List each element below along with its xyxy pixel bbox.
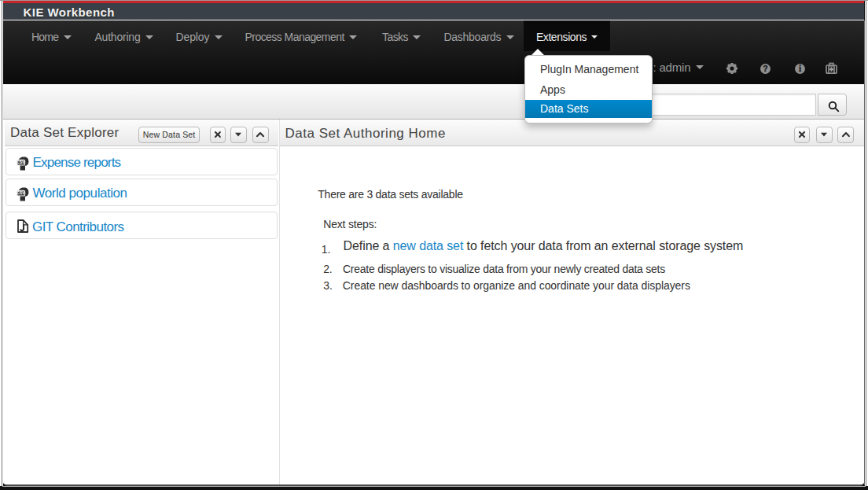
svg-text:?: ? bbox=[763, 64, 767, 73]
svg-text:CSV: CSV bbox=[17, 160, 26, 164]
svg-text:CSV: CSV bbox=[17, 191, 26, 195]
